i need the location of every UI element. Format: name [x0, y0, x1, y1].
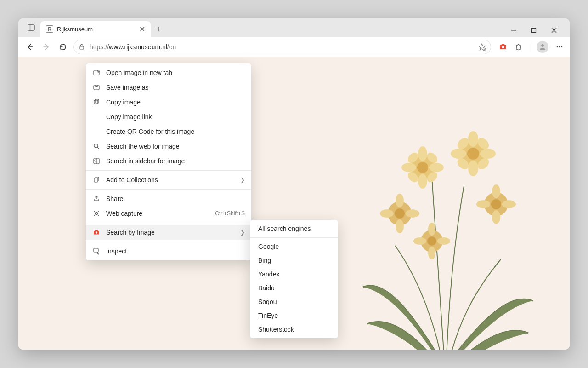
sub-shutterstock[interactable]: Shutterstock — [250, 322, 338, 336]
svg-point-32 — [468, 161, 478, 176]
forward-button[interactable] — [40, 41, 52, 53]
url-text: https://www.rijksmuseum.nl/en — [90, 43, 474, 51]
dots-icon — [555, 43, 564, 51]
sub-google[interactable]: Google — [250, 240, 338, 253]
svg-point-22 — [418, 174, 427, 189]
ctx-search-web[interactable]: Search the web for image — [86, 139, 251, 154]
camera-icon — [499, 43, 507, 51]
svg-point-13 — [541, 44, 544, 47]
ctx-inspect[interactable]: Inspect — [86, 244, 251, 259]
ctx-search-sidebar[interactable]: Search in sidebar for image — [86, 154, 251, 168]
ctx-open-image-new-tab[interactable]: Open image in new tab — [86, 65, 251, 80]
search-by-image-submenu: All search engines Google Bing Yandex Ba… — [250, 220, 338, 338]
copy-icon — [92, 98, 101, 106]
svg-point-41 — [396, 194, 404, 207]
ctx-web-capture[interactable]: Web capture Ctrl+Shift+S — [86, 206, 251, 221]
share-icon — [92, 195, 101, 203]
svg-point-53 — [428, 223, 435, 236]
tab-actions-icon — [28, 24, 35, 31]
maximize-button[interactable] — [531, 28, 540, 33]
ctx-label: Create QR Code for this image — [106, 128, 245, 135]
minimize-button[interactable] — [511, 28, 520, 33]
svg-point-21 — [418, 146, 427, 161]
sidebar-search-icon — [92, 157, 101, 165]
chevron-right-icon: ❯ — [240, 177, 245, 183]
arrow-left-icon — [26, 43, 34, 51]
menu-button[interactable] — [555, 42, 564, 52]
tab-title: Rijksmuseum — [57, 26, 136, 33]
ctx-search-by-image[interactable]: Search by Image ❯ — [86, 225, 251, 240]
refresh-button[interactable] — [57, 41, 69, 53]
url-path: /en — [167, 43, 176, 51]
ctx-add-to-collections[interactable]: Add to Collections ❯ — [86, 172, 251, 187]
ctx-create-qr[interactable]: Create QR Code for this image — [86, 124, 251, 139]
capture-icon — [92, 209, 101, 218]
person-icon — [538, 43, 547, 51]
svg-line-61 — [97, 147, 99, 149]
refresh-icon — [59, 43, 67, 51]
lock-icon — [79, 44, 86, 50]
svg-point-28 — [467, 148, 479, 160]
sub-bing[interactable]: Bing — [250, 253, 338, 267]
svg-point-46 — [502, 200, 516, 208]
chevron-right-icon: ❯ — [240, 229, 245, 236]
blank-icon — [92, 127, 101, 136]
ctx-save-image-as[interactable]: Save image as — [86, 80, 251, 95]
sub-yandex[interactable]: Yandex — [250, 267, 338, 281]
svg-point-52 — [437, 237, 450, 245]
ctx-label: Open image in new tab — [106, 69, 245, 76]
sub-tineye[interactable]: TinEye — [250, 309, 338, 322]
ctx-label: Search in sidebar for image — [106, 157, 245, 165]
ctx-label: Inspect — [106, 247, 245, 255]
ctx-copy-image-link[interactable]: Copy image link — [86, 109, 251, 124]
favicon: R — [46, 25, 53, 33]
back-button[interactable] — [24, 41, 36, 53]
flower-image[interactable] — [349, 85, 542, 350]
svg-point-39 — [380, 209, 394, 218]
sub-baidu[interactable]: Baidu — [250, 281, 338, 295]
close-window-button[interactable] — [551, 28, 560, 33]
svg-point-16 — [561, 46, 563, 47]
svg-point-51 — [413, 237, 426, 245]
ctx-share[interactable]: Share — [86, 191, 251, 206]
profile-button[interactable] — [537, 41, 548, 53]
search-by-image-extension-button[interactable] — [498, 42, 508, 52]
svg-point-18 — [417, 162, 428, 173]
tab-actions-button[interactable] — [22, 18, 40, 37]
svg-rect-58 — [94, 100, 98, 104]
svg-point-14 — [557, 46, 558, 47]
inspect-icon — [92, 247, 101, 255]
ctx-copy-image[interactable]: Copy image — [86, 95, 251, 109]
ctx-shortcut: Ctrl+Shift+S — [215, 210, 245, 217]
svg-rect-59 — [95, 99, 99, 103]
svg-point-50 — [427, 236, 436, 246]
sub-sogou[interactable]: Sogou — [250, 295, 338, 309]
svg-point-60 — [94, 144, 98, 148]
svg-rect-8 — [80, 46, 84, 49]
url-scheme: https:// — [90, 43, 109, 51]
sub-all-engines[interactable]: All search engines — [250, 222, 338, 236]
svg-point-47 — [492, 184, 500, 198]
ctx-label: Save image as — [106, 84, 245, 91]
tab-close-button[interactable]: ✕ — [139, 25, 145, 34]
separator — [250, 237, 338, 238]
ctx-label: Copy image — [106, 98, 245, 106]
toolbar: https://www.rijksmuseum.nl/en — [18, 37, 570, 57]
puzzle-icon — [514, 43, 523, 51]
ctx-label: Search by Image — [106, 229, 235, 236]
new-tab-button[interactable]: + — [151, 21, 166, 37]
svg-point-30 — [480, 149, 496, 159]
save-icon — [92, 83, 101, 92]
svg-rect-68 — [94, 248, 98, 252]
svg-point-12 — [502, 46, 504, 48]
svg-point-29 — [451, 149, 466, 159]
camera-icon — [92, 228, 101, 236]
ctx-label: Share — [106, 195, 245, 202]
browser-tab[interactable]: R Rijksmuseum ✕ — [40, 21, 151, 37]
favorite-button[interactable] — [478, 43, 486, 51]
extensions-button[interactable] — [514, 42, 523, 52]
address-bar[interactable]: https://www.rijksmuseum.nl/en — [74, 40, 491, 54]
ctx-label: Add to Collections — [106, 176, 235, 184]
svg-point-45 — [476, 200, 490, 208]
svg-point-54 — [428, 247, 435, 259]
